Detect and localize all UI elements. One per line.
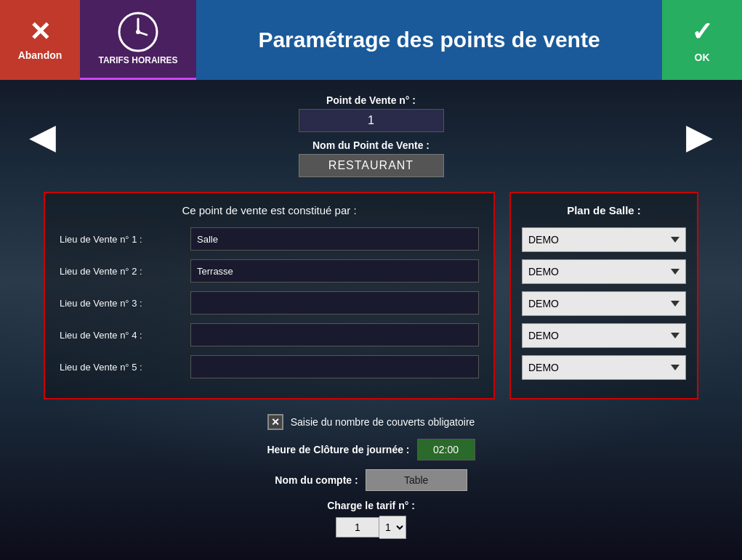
pdv-name-group: Nom du Point de Vente :	[299, 139, 444, 177]
lieu-label-4: Lieu de Vente n° 4 :	[60, 330, 183, 341]
next-arrow[interactable]: ▶	[686, 115, 713, 156]
tarif-number-input[interactable]	[336, 517, 379, 537]
plan-select-1[interactable]: DEMOAUTRE1AUTRE2	[522, 227, 686, 252]
lieu-label-5: Lieu de Vente n° 5 :	[60, 362, 183, 373]
middle-section: Ce point de vente est constitué par : Li…	[44, 192, 698, 399]
ok-button[interactable]: ✓ OK	[662, 0, 742, 80]
header: ✕ Abandon TARIFS HORAIRES Paramétrage de…	[0, 0, 742, 80]
tarifs-horaires-button[interactable]: TARIFS HORAIRES	[80, 0, 196, 80]
pdv-number-group: Point de Vente n° :	[299, 94, 444, 132]
check-mark: ✕	[271, 416, 280, 428]
pdv-name-input[interactable]	[299, 154, 444, 177]
list-item: Lieu de Vente n° 5 :	[60, 355, 479, 378]
pdv-number-input[interactable]	[299, 109, 444, 132]
couverts-label: Saisie du nombre de couverts obligatoire	[291, 416, 475, 428]
bottom-section: ✕ Saisie du nombre de couverts obligatoi…	[44, 414, 698, 539]
lieu-input-1[interactable]	[190, 227, 479, 251]
nom-compte-input[interactable]	[366, 469, 467, 491]
list-item: Lieu de Vente n° 1 :	[60, 227, 479, 251]
lieu-label-3: Lieu de Vente n° 3 :	[60, 298, 183, 309]
pdv-number-label: Point de Vente n° :	[326, 94, 416, 106]
lieux-panel-title: Ce point de vente est constitué par :	[60, 204, 479, 216]
tarifs-label: TARIFS HORAIRES	[98, 55, 177, 65]
lieux-panel: Ce point de vente est constitué par : Li…	[44, 192, 495, 399]
list-item: Lieu de Vente n° 2 :	[60, 259, 479, 283]
pdv-name-label: Nom du Point de Vente :	[312, 139, 430, 151]
tarif-label: Charge le tarif n° :	[327, 500, 415, 511]
plan-panel: Plan de Salle : DEMOAUTRE1AUTRE2 DEMOAUT…	[509, 192, 698, 399]
list-item: Lieu de Vente n° 3 :	[60, 291, 479, 315]
plan-select-4[interactable]: DEMOAUTRE1AUTRE2	[522, 323, 686, 348]
ok-label: OK	[695, 52, 710, 63]
lieu-input-3[interactable]	[190, 291, 479, 315]
couverts-checkbox-row: ✕ Saisie du nombre de couverts obligatoi…	[267, 414, 475, 430]
abandon-button[interactable]: ✕ Abandon	[0, 0, 80, 80]
heure-input[interactable]	[417, 439, 475, 460]
pdv-section: ◀ Point de Vente n° : Nom du Point de Ve…	[44, 94, 698, 177]
prev-arrow[interactable]: ◀	[29, 115, 56, 156]
page-title: Paramétrage des points de vente	[258, 28, 600, 52]
lieu-label-1: Lieu de Vente n° 1 :	[60, 234, 183, 245]
svg-point-3	[136, 30, 140, 34]
tarif-dropdown[interactable]: 123	[379, 516, 406, 539]
check-icon: ✓	[691, 17, 713, 47]
lieu-input-4[interactable]	[190, 323, 479, 346]
abandon-label: Abandon	[18, 49, 62, 61]
lieu-input-2[interactable]	[190, 259, 479, 283]
main-content: ◀ Point de Vente n° : Nom du Point de Ve…	[0, 80, 742, 553]
tarif-select-row: 123	[336, 516, 406, 539]
plan-select-5[interactable]: DEMOAUTRE1AUTRE2	[522, 355, 686, 380]
plan-select-2[interactable]: DEMOAUTRE1AUTRE2	[522, 259, 686, 284]
x-icon: ✕	[29, 19, 51, 45]
lieu-label-2: Lieu de Vente n° 2 :	[60, 266, 183, 277]
heure-label: Heure de Clôture de journée :	[267, 444, 409, 455]
plan-select-3[interactable]: DEMOAUTRE1AUTRE2	[522, 291, 686, 316]
list-item: Lieu de Vente n° 4 :	[60, 323, 479, 346]
lieu-input-5[interactable]	[190, 355, 479, 378]
heure-cloture-row: Heure de Clôture de journée :	[267, 439, 475, 460]
page-title-container: Paramétrage des points de vente	[196, 0, 662, 80]
nom-compte-label: Nom du compte :	[275, 474, 358, 486]
nom-compte-row: Nom du compte :	[275, 469, 467, 491]
clock-icon	[118, 12, 158, 52]
tarif-row: Charge le tarif n° : 123	[327, 500, 415, 539]
plan-panel-title: Plan de Salle :	[522, 204, 686, 216]
couverts-checkbox[interactable]: ✕	[267, 414, 283, 430]
